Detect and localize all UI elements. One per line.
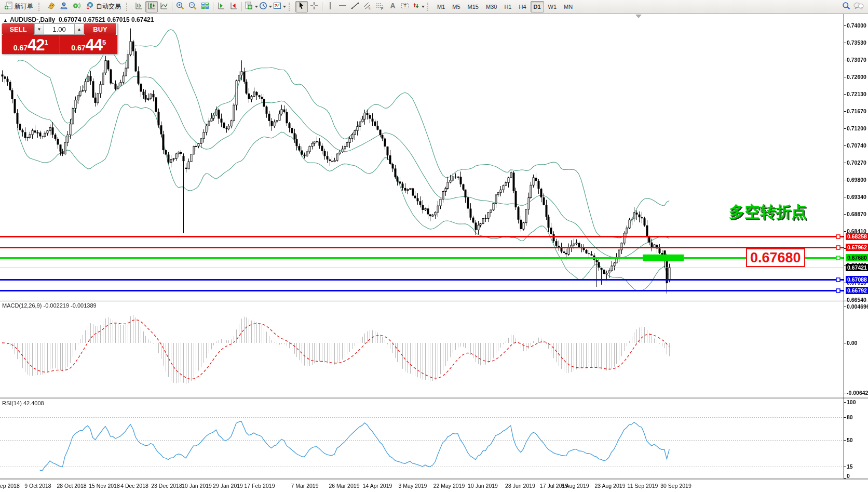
- zoom-out-button[interactable]: [186, 1, 199, 12]
- new-order-label: 新订单: [15, 2, 33, 11]
- date-axis-label: 28 Oct 2018: [57, 483, 86, 489]
- timeframe-button-d1[interactable]: D1: [531, 1, 544, 12]
- volume-decrease-button[interactable]: ▼: [34, 23, 44, 35]
- timeframe-button-m15[interactable]: M15: [465, 1, 482, 12]
- price-axis-tick: 0.72130: [847, 91, 866, 97]
- crosshair-tool-button[interactable]: [308, 1, 320, 12]
- price-axis-tick: 0.73070: [847, 57, 866, 63]
- price-callout-label[interactable]: 0.67680: [746, 248, 805, 267]
- date-axis-label: 3 May 2019: [399, 483, 427, 489]
- profiles-button[interactable]: [58, 1, 70, 12]
- price-axis-tick: 0.69340: [847, 194, 866, 200]
- candlestick-chart-icon: [147, 2, 156, 12]
- hline-price-label: 0.67962: [846, 244, 868, 251]
- channel-tool-button[interactable]: E: [361, 1, 374, 12]
- hline-price-label: 0.66792: [846, 287, 868, 294]
- date-axis-label: 15 Nov 2018: [89, 483, 120, 489]
- indicators-button[interactable]: [243, 1, 259, 12]
- toolbar-grip: [38, 3, 43, 11]
- date-axis-label: 23 Dec 2018: [151, 483, 182, 489]
- sell-button[interactable]: SELL: [2, 23, 34, 35]
- timeframe-button-m30[interactable]: M30: [483, 1, 500, 12]
- sell-price-panel[interactable]: 0.67421: [2, 35, 60, 54]
- annotation-text[interactable]: 多空转折点: [729, 202, 807, 223]
- text-icon: A: [388, 2, 397, 12]
- cursor-tool-button[interactable]: [295, 1, 308, 12]
- candlestick-chart-button[interactable]: [145, 1, 158, 12]
- buy-button[interactable]: BUY: [84, 23, 116, 35]
- horizontal-line-tool-button[interactable]: [336, 1, 349, 12]
- label-tool-button[interactable]: T: [399, 1, 411, 12]
- date-axis-label: 29 Jan 2019: [213, 483, 243, 489]
- volume-increase-button[interactable]: ▲: [74, 23, 84, 35]
- cursor-icon: [297, 2, 306, 12]
- hline-price-label: 0.68258: [846, 233, 868, 240]
- chart-shift-button[interactable]: [227, 1, 240, 12]
- bar-chart-button[interactable]: [133, 1, 145, 12]
- macd-axis-tick: 0.00: [847, 340, 857, 346]
- tile-windows-button[interactable]: [199, 1, 211, 12]
- dropdown-caret-icon: [283, 6, 286, 8]
- date-axis-label: 4 Dec 2018: [120, 483, 148, 489]
- vertical-line-tool-button[interactable]: [324, 1, 336, 12]
- dropdown-caret-icon: [269, 6, 272, 8]
- timeframe-button-m5[interactable]: M5: [449, 1, 463, 12]
- timeframe-button-h4[interactable]: H4: [516, 1, 529, 12]
- autotrade-label: 自动交易: [96, 2, 121, 11]
- autotrade-icon: [86, 2, 94, 11]
- date-axis-label: 14 Apr 2019: [363, 483, 392, 489]
- periods-button[interactable]: [259, 1, 273, 12]
- fibonacci-icon: F: [376, 2, 384, 12]
- vertical-line-icon: [326, 2, 334, 12]
- date-axis-label: 28 Jun 2019: [505, 483, 535, 489]
- svg-text:F: F: [381, 6, 383, 10]
- price-axis-tick: 0.70740: [847, 142, 866, 149]
- dropdown-caret-icon: [422, 6, 425, 8]
- zoom-out-icon: [188, 2, 197, 12]
- toolbar-separator: [213, 2, 213, 11]
- price-axis-tick: 0.69800: [847, 177, 866, 183]
- crosshair-icon: [310, 2, 318, 12]
- timeframe-button-m1[interactable]: M1: [434, 1, 448, 12]
- templates-button[interactable]: [273, 1, 287, 12]
- timeframe-button-w1[interactable]: W1: [545, 1, 560, 12]
- volume-input[interactable]: [44, 23, 74, 35]
- sell-price-small: 0.67: [13, 44, 28, 51]
- timeframe-button-mn[interactable]: MN: [561, 1, 576, 12]
- price-axis-tick: 0.71200: [847, 125, 866, 131]
- trendline-icon: [351, 2, 359, 12]
- hline-price-label: 0.67088: [846, 276, 868, 283]
- rsi-axis-tick: 100: [847, 399, 856, 405]
- fibonacci-tool-button[interactable]: F: [374, 1, 386, 12]
- date-axis-label: 10 Jan 2019: [182, 483, 212, 489]
- rsi-axis-tick: 0: [847, 473, 850, 479]
- new-order-button[interactable]: 新订单: [1, 1, 36, 12]
- date-axis-label: 11 Sep 2019: [628, 483, 658, 489]
- search-icon[interactable]: [842, 2, 850, 12]
- horizontal-line-icon: [338, 2, 347, 12]
- alerts-button[interactable]: [70, 1, 83, 12]
- autotrade-button[interactable]: 自动交易: [83, 1, 124, 12]
- chat-icon[interactable]: [853, 2, 864, 12]
- zoom-in-button[interactable]: [174, 1, 186, 12]
- date-axis-label: 26 Mar 2019: [329, 483, 360, 489]
- collapse-arrow-icon[interactable]: ▲: [3, 18, 8, 23]
- price-axis-tick: 0.68870: [847, 211, 866, 217]
- timeframe-button-h1[interactable]: H1: [501, 1, 514, 12]
- svg-text:T: T: [404, 3, 407, 8]
- chart-canvas[interactable]: [0, 0, 868, 492]
- auto-scroll-button[interactable]: [215, 1, 227, 12]
- sound-icon: [72, 2, 80, 12]
- arrows-tool-button[interactable]: [411, 1, 425, 12]
- tile-windows-icon: [201, 2, 209, 12]
- market-watch-button[interactable]: [45, 1, 58, 12]
- price-axis-tick: 0.66540: [847, 297, 866, 303]
- buy-price-small: 0.67: [71, 44, 85, 51]
- line-chart-button[interactable]: [158, 1, 170, 12]
- buy-price-panel[interactable]: 0.67445: [60, 35, 118, 54]
- toolbar-grip: [126, 3, 131, 11]
- text-tool-button[interactable]: A: [386, 1, 399, 12]
- price-axis-tick: 0.70270: [847, 159, 866, 166]
- svg-text:A: A: [390, 2, 396, 10]
- trendline-tool-button[interactable]: [349, 1, 361, 12]
